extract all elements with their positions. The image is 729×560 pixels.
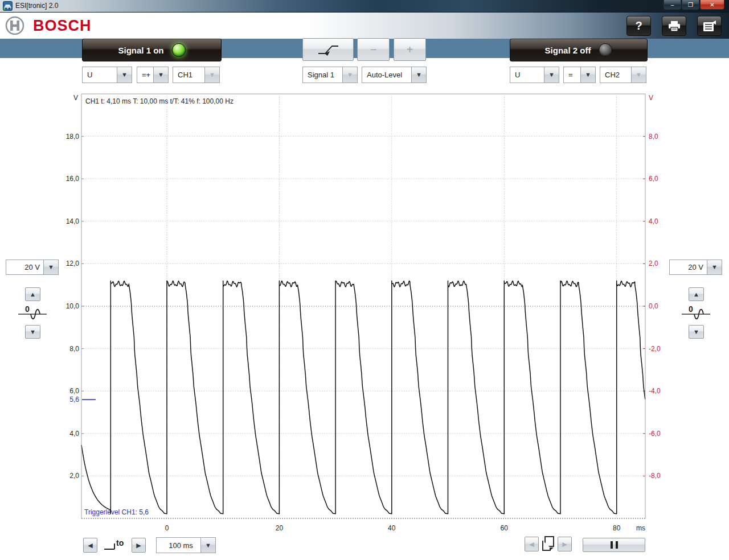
oscilloscope-chart: 020406080ms18,016,014,012,010,08,06,04,0… bbox=[0, 0, 729, 560]
x-tick-label: 60 bbox=[501, 524, 509, 532]
dropdown-arrow-icon: ▼ bbox=[200, 538, 215, 553]
left-tick-label: 18,0 bbox=[66, 133, 80, 141]
page-previous-button[interactable]: ◀ bbox=[525, 537, 539, 551]
timebase-value: 100 ms bbox=[157, 541, 200, 550]
right-arrow-icon: ▶ bbox=[562, 541, 567, 547]
trigger-time-offset-icon: to bbox=[103, 536, 132, 554]
scroll-left-button[interactable]: ◀ bbox=[83, 538, 97, 553]
x-tick-label: 0 bbox=[165, 524, 169, 532]
right-tick-label: 0,0 bbox=[649, 302, 658, 310]
left-tick-label: 16,0 bbox=[66, 175, 80, 183]
x-tick-label: 40 bbox=[388, 524, 396, 532]
trigger-info-label: Triggerlevel CH1: 5,6 bbox=[84, 508, 149, 516]
left-axis-unit: V bbox=[73, 94, 78, 102]
right-tick-label: 4,0 bbox=[649, 217, 658, 225]
right-tick-label: -8,0 bbox=[649, 472, 661, 480]
left-tick-label: 8,0 bbox=[69, 345, 79, 353]
x-axis-unit: ms bbox=[636, 524, 645, 532]
right-axis-unit: V bbox=[649, 94, 653, 102]
x-tick-label: 20 bbox=[276, 524, 284, 532]
to-label: to bbox=[116, 538, 124, 547]
right-arrow-icon: ▶ bbox=[136, 542, 141, 549]
right-tick-label: 2,0 bbox=[649, 260, 658, 267]
pause-icon bbox=[611, 541, 618, 549]
pause-button[interactable] bbox=[583, 538, 645, 552]
right-tick-label: -2,0 bbox=[649, 345, 661, 353]
right-tick-label: -4,0 bbox=[649, 387, 661, 395]
left-tick-label: 14,0 bbox=[66, 217, 80, 225]
trigger-level-label: 5,6 bbox=[69, 396, 79, 403]
measurement-info: CH1 t: 4,10 ms T: 10,00 ms t/T: 41% f: 1… bbox=[85, 97, 234, 105]
left-arrow-icon: ◀ bbox=[88, 542, 92, 549]
left-arrow-icon: ◀ bbox=[529, 541, 534, 547]
esitronic-window: ESI[tronic] 2.0 – ❐ ✕ BOSCH ? bbox=[0, 0, 729, 560]
x-tick-label: 80 bbox=[613, 524, 621, 532]
timebase-select[interactable]: 100 ms ▼ bbox=[156, 537, 216, 553]
left-tick-label: 4,0 bbox=[69, 430, 79, 438]
left-tick-label: 2,0 bbox=[69, 472, 79, 480]
left-tick-label: 12,0 bbox=[66, 260, 80, 267]
left-tick-label: 10,0 bbox=[66, 302, 80, 310]
right-tick-label: 8,0 bbox=[649, 133, 658, 141]
right-tick-label: -6,0 bbox=[649, 430, 661, 438]
pages-icon bbox=[540, 535, 558, 553]
scroll-right-button[interactable]: ▶ bbox=[132, 538, 146, 553]
left-tick-label: 6,0 bbox=[69, 387, 79, 395]
page-next-button[interactable]: ▶ bbox=[558, 537, 572, 551]
right-tick-label: 6,0 bbox=[649, 175, 658, 183]
